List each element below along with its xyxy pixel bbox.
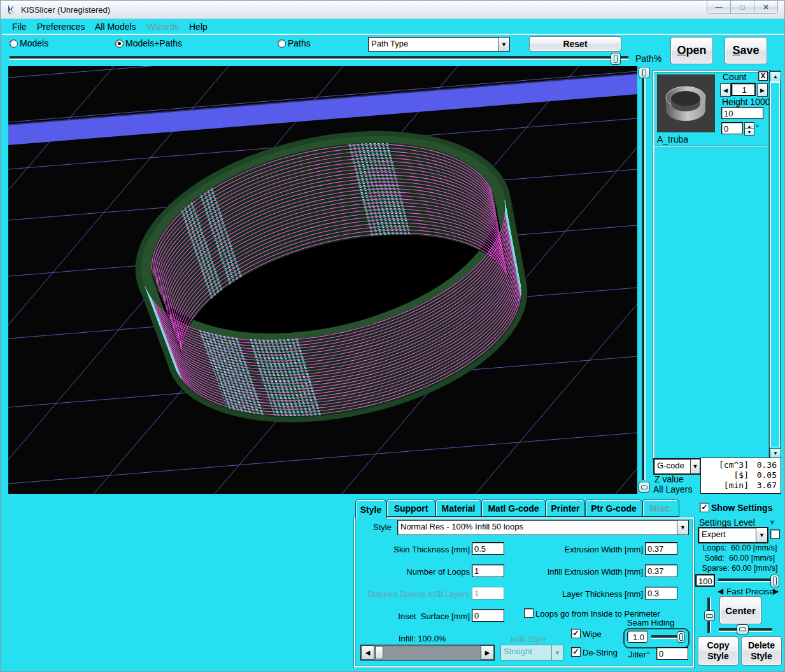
style-select[interactable]: Normal Res - 100% Infill 50 loops ▼ [397, 520, 689, 535]
number-of-loops-label: Number of Loops [354, 567, 470, 577]
model-thumbnail[interactable] [657, 74, 715, 132]
jitter-label: Jitter° [628, 650, 649, 659]
reset-button[interactable]: Reset [529, 36, 621, 52]
menu-preferences[interactable]: Preferences [37, 22, 85, 32]
tab-style[interactable]: Style [355, 500, 386, 519]
settings-level-label: Settings Level [699, 517, 755, 528]
menu-file[interactable]: File [12, 22, 27, 32]
precise-arrow-icon[interactable]: ▶ [773, 587, 779, 596]
fast-precise-label: Fast Precise [726, 587, 774, 596]
all-layers-label: All Layers [653, 484, 692, 494]
tab-ptr-gcode[interactable]: Ptr G-code [585, 500, 642, 517]
tab-matl-gcode[interactable]: Matl G-code [481, 500, 546, 517]
radio-models-label: Models [20, 38, 48, 48]
chevron-down-icon[interactable]: ▼ [756, 528, 767, 542]
chevron-down-icon[interactable]: ▼ [690, 459, 700, 473]
height-label: Height 1000 [722, 97, 770, 107]
model-scrollbar-thumb[interactable] [770, 81, 780, 447]
seam-hiding-slider-thumb[interactable] [677, 631, 685, 643]
all-layers-indicator[interactable] [639, 482, 650, 493]
window-controls: — □ ✕ [707, 1, 778, 14]
path-percent-slider[interactable] [10, 56, 628, 60]
menu-wizards: Wizards [147, 22, 180, 32]
3d-viewport[interactable] [8, 66, 637, 494]
tab-printer[interactable]: Printer [546, 500, 585, 517]
rotation-down-icon[interactable]: ▼ [744, 129, 754, 136]
model-separator [654, 146, 767, 147]
height-input[interactable]: 10 [721, 107, 763, 119]
jitter-input[interactable]: 0 [656, 647, 688, 660]
layer-thickness-input[interactable]: 0.3 [645, 587, 677, 599]
path-type-select[interactable]: Path Type ▼ [368, 37, 510, 52]
radio-models-paths[interactable] [115, 39, 124, 48]
count-decrement-icon[interactable]: ◀ [720, 83, 731, 97]
radio-paths[interactable] [278, 39, 286, 48]
loops-inside-checkbox[interactable] [524, 608, 534, 618]
inset-surface-input[interactable]: 0 [472, 609, 504, 622]
open-button[interactable]: Open [670, 37, 713, 64]
path-percent-slider-thumb[interactable] [611, 53, 621, 65]
settings-extra-checkbox[interactable] [770, 529, 780, 539]
infill-scroll-right-icon[interactable]: ▶ [481, 645, 494, 660]
tab-support[interactable]: Support [386, 500, 435, 517]
seam-hiding-value[interactable]: 1.0 [627, 631, 648, 643]
z-slider-thumb[interactable] [639, 67, 650, 78]
show-settings-checkbox[interactable]: ✓ [700, 503, 709, 512]
speed-slider-thumb[interactable] [770, 575, 779, 587]
copy-style-button[interactable]: CopyStyle [698, 636, 739, 666]
skin-thickness-label: Skin Thickness [mm] [354, 545, 470, 554]
titlebar: KISSlicer (Unregistered) — □ ✕ [1, 1, 784, 19]
minimize-button-icon[interactable]: — [707, 1, 731, 13]
infill-scrollbar[interactable]: ◀ ▶ [360, 645, 495, 661]
extrusion-width-label: Extrusion Width [mm] [472, 545, 643, 554]
infill-scrollbar-thumb[interactable] [375, 646, 383, 659]
infill-style-label: Infill Style [511, 634, 546, 644]
extrusion-width-input[interactable]: 0.37 [645, 542, 677, 555]
model-name: A_truba [657, 134, 688, 144]
speed-value[interactable]: 100 [695, 574, 715, 587]
chevron-down-icon[interactable]: ▼ [677, 521, 688, 535]
tab-material[interactable]: Material [435, 500, 481, 517]
z-slider[interactable] [642, 67, 646, 480]
center-button[interactable]: Center [719, 596, 761, 624]
infill-extrusion-width-label: Infill Extrusion Width [mm] [472, 567, 643, 577]
scroll-up-icon[interactable]: ▲ [770, 71, 781, 82]
infill-percent-label: Infill: 100.0% [399, 634, 446, 643]
seam-hiding-label: Seam Hiding [627, 618, 674, 627]
z-value-label: Z value [654, 474, 684, 484]
maximize-button-icon[interactable]: □ [731, 1, 754, 13]
menu-all-models[interactable]: All Models [95, 22, 136, 32]
sparse-speed: Sparse: 60.00 [mm/s] [697, 564, 783, 573]
vertical-position-slider-thumb[interactable] [704, 610, 715, 621]
rotation-input[interactable]: 0 [721, 122, 743, 134]
infill-style-select: Straight ▼ [500, 645, 563, 661]
window-title: KISSlicer (Unregistered) [21, 5, 110, 15]
infill-scroll-left-icon[interactable]: ◀ [361, 645, 374, 660]
menubar: File Preferences All Models Wizards Help [2, 20, 784, 35]
infill-extrusion-width-input[interactable]: 0.37 [645, 564, 677, 577]
save-button[interactable]: Save [725, 37, 767, 64]
radio-models[interactable] [10, 39, 18, 48]
settings-level-value: Expert [699, 528, 756, 542]
wipe-checkbox[interactable]: ✓ [571, 629, 581, 638]
fast-arrow-icon[interactable]: ◀ [718, 587, 723, 596]
stat-cost: [$]0.05 [705, 470, 777, 480]
infill-style-value: Straight [501, 645, 551, 660]
delete-style-button[interactable]: DeleteStyle [741, 636, 782, 666]
count-input[interactable]: 1 [731, 83, 756, 96]
solid-speed: Solid: 60.00 [mm/s] [697, 554, 783, 563]
tab-misc: Misc. [642, 500, 679, 517]
radio-models-paths-label: Models+Paths [125, 38, 182, 48]
delete-model-button[interactable]: X [758, 71, 768, 81]
gcode-select[interactable]: G-code ▼ [653, 458, 701, 475]
destring-checkbox[interactable]: ✓ [571, 647, 581, 657]
settings-level-triangle-icon[interactable]: ▼ [768, 518, 776, 527]
count-increment-icon[interactable]: ▶ [757, 83, 768, 97]
chevron-down-icon[interactable]: ▼ [498, 38, 509, 51]
layer-thickness-label: Layer Thickness [mm] [472, 589, 643, 599]
destring-label: De-String [583, 648, 618, 657]
horizontal-position-slider-thumb[interactable] [737, 624, 749, 634]
close-button-icon[interactable]: ✕ [754, 1, 777, 13]
settings-level-select[interactable]: Expert ▼ [698, 527, 768, 543]
menu-help[interactable]: Help [189, 22, 208, 32]
